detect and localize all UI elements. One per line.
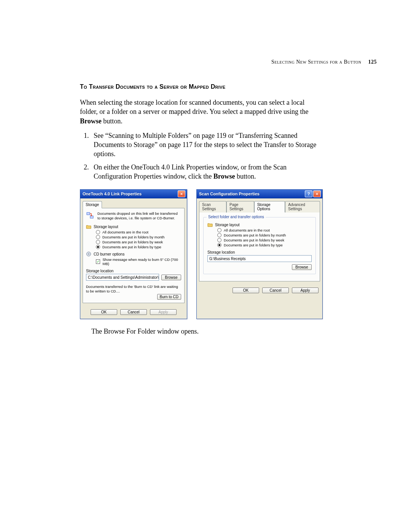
radio-by-week[interactable]: Documents are put in folders by week <box>96 240 181 244</box>
folder-icon <box>207 222 213 227</box>
burn-note: Documents transferred to the 'Burn to CD… <box>86 284 181 293</box>
step-1: See “Scanning to Multiple Folders” on pa… <box>91 131 323 159</box>
tab-storage[interactable]: Storage <box>83 201 102 208</box>
section-heading: To Transfer Documents to a Server or Map… <box>80 83 323 90</box>
radio-by-month[interactable]: Documents are put in folders by month <box>96 235 181 239</box>
fieldset-legend: Select folder and transfer options <box>207 215 266 219</box>
storage-layout-heading: Storage layout <box>86 224 181 229</box>
transfer-options-fieldset: Select folder and transfer options Stora… <box>203 217 316 274</box>
help-icon[interactable]: ? <box>305 190 312 197</box>
titlebar[interactable]: OneTouch 4.0 Link Properties × <box>80 190 187 198</box>
close-icon[interactable]: × <box>313 190 321 197</box>
steps-list: See “Scanning to Multiple Folders” on pa… <box>80 131 323 181</box>
browse-button[interactable]: Browse <box>292 264 312 270</box>
radio-all-root[interactable]: All documents are in the root <box>217 228 312 232</box>
storage-path-input[interactable]: C:\Documents and Settings\Administrator\… <box>86 274 159 281</box>
cd-burner-heading: CD burner options <box>86 251 181 257</box>
tabstrip: Scan Settings Page Settings Storage Opti… <box>197 198 322 212</box>
ok-button[interactable]: OK <box>233 288 259 293</box>
running-header: Selecting New Settings for a Button 125 <box>34 59 377 65</box>
folder-icon <box>86 224 91 229</box>
svg-point-3 <box>88 254 89 255</box>
dialog-button-row: OK Cancel Apply <box>80 306 187 319</box>
svg-rect-1 <box>90 216 93 218</box>
tab-panel: Documents dropped on this link will be t… <box>83 208 185 303</box>
tab-page-settings[interactable]: Page Settings <box>226 201 254 212</box>
dialog-button-row: OK Cancel Apply <box>197 284 322 297</box>
intro-paragraph: When selecting the storage location for … <box>80 98 323 126</box>
cancel-button[interactable]: Cancel <box>262 288 289 293</box>
tab-scan-settings[interactable]: Scan Settings <box>199 201 226 212</box>
radio-by-week[interactable]: Documents are put in folders by week <box>217 238 312 242</box>
titlebar[interactable]: Scan Configuration Properties ? × <box>197 190 322 198</box>
dialog-title: OneTouch 4.0 Link Properties <box>82 192 177 196</box>
after-dialogs-text: The Browse For Folder window opens. <box>91 328 323 335</box>
step-2: On either the OneTouch 4.0 Link Properti… <box>91 163 323 181</box>
dialog-intro-text: Documents dropped on this link will be t… <box>97 211 181 220</box>
storage-location-label: Storage location <box>207 250 312 254</box>
close-icon[interactable]: × <box>178 190 185 197</box>
transfer-icon <box>86 211 94 220</box>
ok-button[interactable]: OK <box>91 309 117 315</box>
storage-location-label: Storage location <box>86 269 181 273</box>
browse-button[interactable]: Browse <box>161 275 181 280</box>
page-number: 125 <box>368 59 377 65</box>
dialog-title: Scan Configuration Properties <box>198 192 304 196</box>
cd-icon <box>86 251 91 257</box>
checkbox-show-message[interactable]: ✓Show message when ready to burn 5" CD (… <box>96 257 181 266</box>
radio-by-type[interactable]: Documents are put in folders by type <box>217 243 312 247</box>
running-header-text: Selecting New Settings for a Button <box>271 59 361 65</box>
radio-by-month[interactable]: Documents are put in folders by month <box>217 233 312 237</box>
link-properties-dialog: OneTouch 4.0 Link Properties × Storage D… <box>80 189 187 319</box>
scan-config-dialog: Scan Configuration Properties ? × Scan S… <box>196 189 323 319</box>
burn-to-cd-button[interactable]: Burn to CD <box>157 294 181 300</box>
dialogs-row: OneTouch 4.0 Link Properties × Storage D… <box>80 189 323 319</box>
tab-panel: Select folder and transfer options Stora… <box>199 212 320 281</box>
tabstrip: Storage <box>80 198 187 208</box>
apply-button[interactable]: Apply <box>150 309 177 315</box>
cancel-button[interactable]: Cancel <box>120 309 147 315</box>
svg-rect-0 <box>87 212 90 215</box>
apply-button[interactable]: Apply <box>292 288 319 293</box>
storage-layout-heading: Storage layout <box>207 222 312 227</box>
storage-path-input[interactable]: G:\Business Receipts <box>207 255 312 262</box>
radio-by-type[interactable]: Documents are put in folders by type <box>96 245 181 249</box>
tab-advanced-settings[interactable]: Advanced Settings <box>285 201 320 212</box>
radio-all-root[interactable]: All documents are in the root <box>96 230 181 234</box>
tab-storage-options[interactable]: Storage Options <box>254 201 285 212</box>
